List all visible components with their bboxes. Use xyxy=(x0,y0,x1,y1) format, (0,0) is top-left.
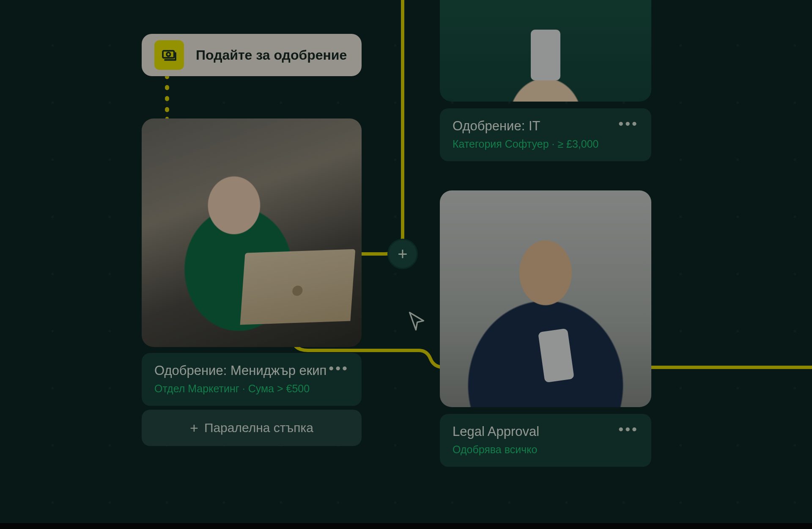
svg-point-1 xyxy=(167,52,170,56)
more-icon[interactable]: ••• xyxy=(329,366,349,376)
approver-photo-manager xyxy=(142,118,362,347)
card-title: Legal Approval xyxy=(453,424,539,439)
parallel-step-label: Паралелна стъпка xyxy=(204,421,313,435)
plus-icon: + xyxy=(190,421,198,435)
card-subtitle: Отдел Маркетинг · Сума > €500 xyxy=(154,383,349,395)
window-bottom-edge xyxy=(0,523,812,529)
approver-photo-legal xyxy=(440,190,651,407)
card-title: Одобрение: Мениджър екип xyxy=(154,363,326,378)
add-parallel-step-button[interactable]: + Паралелна стъпка xyxy=(142,410,362,446)
card-subtitle: Одобрява всичко xyxy=(453,444,639,456)
approver-card-legal[interactable]: Legal Approval ••• Одобрява всичко xyxy=(440,414,651,467)
cash-stack-icon xyxy=(154,40,184,70)
cursor-icon xyxy=(408,311,425,331)
more-icon[interactable]: ••• xyxy=(618,427,639,437)
add-step-node[interactable]: + xyxy=(387,239,418,269)
more-icon[interactable]: ••• xyxy=(618,121,639,131)
approver-card-manager[interactable]: Одобрение: Мениджър екип ••• Отдел Марке… xyxy=(142,353,362,406)
submit-for-approval-node[interactable]: Подайте за одобрение xyxy=(142,34,362,76)
approver-card-it[interactable]: Одобрение: IT ••• Категория Софтуер · ≥ … xyxy=(440,108,651,161)
submit-label: Подайте за одобрение xyxy=(196,47,347,63)
plus-icon: + xyxy=(398,245,407,262)
approver-photo-it xyxy=(440,0,651,102)
card-title: Одобрение: IT xyxy=(453,118,540,134)
card-subtitle: Категория Софтуер · ≥ £3,000 xyxy=(453,138,639,150)
